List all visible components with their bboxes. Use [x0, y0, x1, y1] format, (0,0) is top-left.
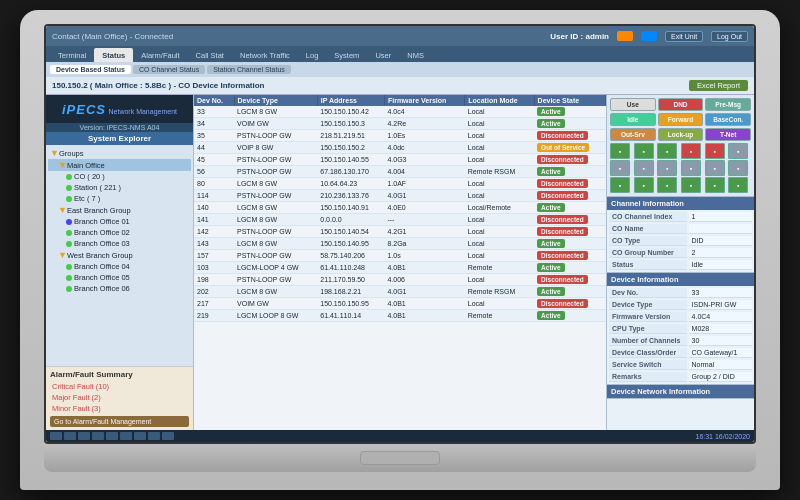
excel-report-button[interactable]: Excel Report — [689, 80, 748, 91]
trackpad[interactable] — [360, 451, 440, 465]
tab-log[interactable]: Log — [298, 48, 327, 62]
forward-button[interactable]: Forward — [658, 113, 704, 126]
table-row[interactable]: 140LGCM 8 GW150.150.140.914.0E0Local/Rem… — [194, 202, 606, 214]
table-header-row: Dev No. Device Type IP Address Firmware … — [194, 95, 606, 106]
icon-cell-14[interactable]: ▪ — [634, 177, 654, 193]
taskbar-item-6[interactable] — [134, 432, 146, 440]
table-cell: 4.0c4 — [384, 106, 464, 118]
tree-branch-04[interactable]: Branch Office 04 — [48, 261, 191, 272]
tree-branch-01[interactable]: Branch Office 01 — [48, 216, 191, 227]
tree-etc[interactable]: Etc ( 7 ) — [48, 193, 191, 204]
icon-cell-7[interactable]: ▪ — [610, 160, 630, 176]
table-row[interactable]: 143LGCM 8 GW150.150.140.958.2GaLocalActi… — [194, 238, 606, 250]
table-row[interactable]: 142PSTN-LOOP GW150.150.140.544.2G1LocalD… — [194, 226, 606, 238]
goto-alarm-button[interactable]: Go to Alarm/Fault Management — [50, 416, 189, 427]
icon-cell-4[interactable]: ▪ — [681, 143, 701, 159]
table-row[interactable]: 103LGCM-LOOP 4 GW61.41.110.2484.0B1Remot… — [194, 262, 606, 274]
alarm-critical[interactable]: Critical Fault (10) — [50, 381, 189, 392]
t-net-button[interactable]: T-Net — [705, 128, 751, 141]
icon-cell-1[interactable]: ▪ — [610, 143, 630, 159]
icon-cell-13[interactable]: ▪ — [610, 177, 630, 193]
table-row[interactable]: 45PSTN-LOOP GW150.150.140.554.0G3LocalDi… — [194, 154, 606, 166]
device-info-row: Remarks Group 2 / DID — [609, 372, 752, 382]
table-cell: 4.0B1 — [384, 262, 464, 274]
table-cell: LGCM 8 GW — [234, 178, 317, 190]
out-srv-button[interactable]: Out-Srv — [610, 128, 656, 141]
tab-call-stat[interactable]: Call Stat — [188, 48, 232, 62]
table-row[interactable]: 34VOIM GW150.150.150.34.2ReLocalActive — [194, 118, 606, 130]
taskbar-item-5[interactable] — [120, 432, 132, 440]
premsg-button[interactable]: Pre-Msg — [705, 98, 751, 111]
tree-groups[interactable]: ▼ Groups — [48, 147, 191, 159]
icon-cell-6[interactable]: ▪ — [728, 143, 748, 159]
idle-button[interactable]: Idle — [610, 113, 656, 126]
device-table-wrap[interactable]: Dev No. Device Type IP Address Firmware … — [194, 95, 606, 430]
table-row[interactable]: 141LGCM 8 GW0.0.0.0---LocalDisconnected — [194, 214, 606, 226]
icon-cell-3[interactable]: ▪ — [657, 143, 677, 159]
subtab-device-based[interactable]: Device Based Status — [50, 65, 131, 74]
tree-branch-05[interactable]: Branch Office 05 — [48, 272, 191, 283]
taskbar-item-4[interactable] — [106, 432, 118, 440]
tree-west-branch[interactable]: ▼ West Branch Group — [48, 249, 191, 261]
subtab-station-channel[interactable]: Station Channel Status — [207, 65, 291, 74]
icon-cell-10[interactable]: ▪ — [681, 160, 701, 176]
tab-alarm-fault[interactable]: Alarm/Fault — [133, 48, 187, 62]
tree-branch-06[interactable]: Branch Office 06 — [48, 283, 191, 294]
alarm-major[interactable]: Major Fault (2) — [50, 392, 189, 403]
status-badge: Active — [537, 263, 565, 272]
tab-system[interactable]: System — [326, 48, 367, 62]
tree-main-office[interactable]: ▼ Main Office — [48, 159, 191, 171]
taskbar-item-3[interactable] — [92, 432, 104, 440]
icon-cell-5[interactable]: ▪ — [705, 143, 725, 159]
table-row[interactable]: 202LGCM 8 GW198.168.2.214.0G1Remote RSGM… — [194, 286, 606, 298]
tree-branch-03[interactable]: Branch Office 03 — [48, 238, 191, 249]
taskbar-item-8[interactable] — [162, 432, 174, 440]
alarm-minor[interactable]: Minor Fault (3) — [50, 403, 189, 414]
taskbar-item-1[interactable] — [64, 432, 76, 440]
exit-unit-button[interactable]: Exit Unit — [665, 31, 703, 42]
table-row[interactable]: 44VOIP 8 GW150.150.150.24.0dcLocalOut of… — [194, 142, 606, 154]
tab-user[interactable]: User — [367, 48, 399, 62]
table-cell: Remote — [465, 262, 534, 274]
table-cell: Local — [465, 130, 534, 142]
table-row[interactable]: 157PSTN-LOOP GW58.75.140.2061.0sLocalDis… — [194, 250, 606, 262]
use-button[interactable]: Use — [610, 98, 656, 111]
icon-cell-12[interactable]: ▪ — [728, 160, 748, 176]
icon-cell-8[interactable]: ▪ — [634, 160, 654, 176]
taskbar: 16:31 16/02/2020 — [46, 430, 754, 442]
taskbar-item-2[interactable] — [78, 432, 90, 440]
taskbar-start[interactable] — [50, 432, 62, 440]
tab-status[interactable]: Status — [94, 48, 133, 62]
dnd-button[interactable]: DND — [658, 98, 704, 111]
table-row[interactable]: 114PSTN-LOOP GW210.236.133.764.0G1LocalD… — [194, 190, 606, 202]
taskbar-item-7[interactable] — [148, 432, 160, 440]
tab-terminal[interactable]: Terminal — [50, 48, 94, 62]
icon-cell-11[interactable]: ▪ — [705, 160, 725, 176]
icon-cell-9[interactable]: ▪ — [657, 160, 677, 176]
icon-cell-18[interactable]: ▪ — [728, 177, 748, 193]
tree-branch-02[interactable]: Branch Office 02 — [48, 227, 191, 238]
table-row[interactable]: 198PSTN-LOOP GW211.170.59.504.006LocalDi… — [194, 274, 606, 286]
table-row[interactable]: 56PSTN-LOOP GW67.186.130.1704.004Remote … — [194, 166, 606, 178]
table-cell: LGCM LOOP 8 GW — [234, 310, 317, 322]
table-row[interactable]: 33LGCM 8 GW150.150.150.424.0c4LocalActiv… — [194, 106, 606, 118]
tree-east-branch[interactable]: ▼ East Branch Group — [48, 204, 191, 216]
log-out-button[interactable]: Log Out — [711, 31, 748, 42]
icon-cell-2[interactable]: ▪ — [634, 143, 654, 159]
icon-cell-16[interactable]: ▪ — [681, 177, 701, 193]
tree-co[interactable]: CO ( 20 ) — [48, 171, 191, 182]
tab-network-traffic[interactable]: Network Traffic — [232, 48, 298, 62]
icon-cell-15[interactable]: ▪ — [657, 177, 677, 193]
table-row[interactable]: 80LGCM 8 GW10.64.64.231.0AFLocalDisconne… — [194, 178, 606, 190]
table-row[interactable]: 217VOIM GW150.150.150.954.0B1LocalDiscon… — [194, 298, 606, 310]
tree-station[interactable]: Station ( 221 ) — [48, 182, 191, 193]
table-row[interactable]: 219LGCM LOOP 8 GW61.41.110.144.0B1Remote… — [194, 310, 606, 322]
lockup-button[interactable]: Lock-up — [658, 128, 704, 141]
col-firmware: Firmware Version — [384, 95, 464, 106]
subtab-co-channel[interactable]: CO Channel Status — [133, 65, 205, 74]
basecon-button[interactable]: BaseCon. — [705, 113, 751, 126]
icon-cell-17[interactable]: ▪ — [705, 177, 725, 193]
table-row[interactable]: 35PSTN-LOOP GW218.51.219.511.0EsLocalDis… — [194, 130, 606, 142]
tab-nms[interactable]: NMS — [399, 48, 432, 62]
table-cell: Local — [465, 274, 534, 286]
